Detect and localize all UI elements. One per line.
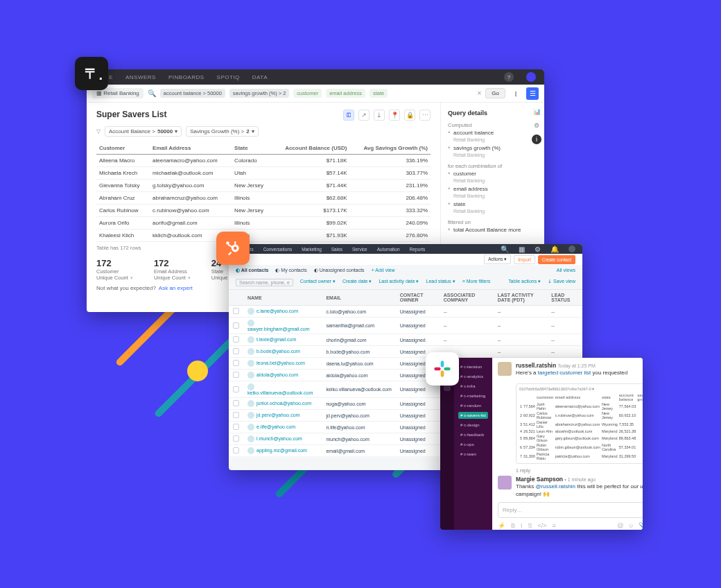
msg-author[interactable]: russell.ratshin xyxy=(516,362,556,369)
col-header[interactable]: ASSOCIATED COMPANY xyxy=(440,290,494,306)
ask-expert-link[interactable]: Ask an expert xyxy=(159,285,193,291)
embedded-table[interactable]: 0107bbfb5a38473a86613637c4bc7a047-0 ▾ cu… xyxy=(516,383,643,464)
download-icon[interactable]: ⤓ xyxy=(374,110,385,121)
attach-icon[interactable]: 📎 xyxy=(639,522,643,529)
nav-spotiq[interactable]: SPOTIQ xyxy=(217,74,240,80)
mention[interactable]: @russell.ratshin xyxy=(535,483,575,490)
filter-lead-status[interactable]: Lead status ▾ xyxy=(426,279,455,286)
search-token[interactable]: customer xyxy=(293,89,322,98)
channel-item[interactable]: # c-feedback xyxy=(458,431,488,438)
thread-count[interactable]: 1 reply xyxy=(516,468,643,473)
row-checkbox[interactable] xyxy=(233,348,239,354)
nav-data[interactable]: DATA xyxy=(252,74,268,80)
table-row[interactable]: Aurora Orifoaorifo@gmail.comIllinois$99.… xyxy=(96,217,431,230)
row-checkbox[interactable] xyxy=(233,360,239,366)
bold-icon[interactable]: B xyxy=(511,522,515,529)
col-header[interactable]: Avg Savings Growth (%) xyxy=(349,142,431,155)
channel-item[interactable]: # c-infra xyxy=(458,383,488,390)
clear-search-icon[interactable]: × xyxy=(477,89,481,97)
hs-nav[interactable]: Conversations xyxy=(263,247,293,252)
contact-name[interactable]: b.bode@yahoo.com xyxy=(257,349,300,354)
table-row[interactable]: c.lane@yahoo.comc.lolo@yahoo.comUnassign… xyxy=(229,306,582,318)
col-header[interactable]: Customer xyxy=(96,142,150,155)
table-row[interactable]: Khaleesi Klichkklich@outlook.comIllinois… xyxy=(96,230,431,242)
avatar[interactable] xyxy=(568,245,575,252)
info-icon[interactable]: i xyxy=(532,135,541,144)
filter-create-date[interactable]: Create date ▾ xyxy=(342,279,372,286)
add-view-button[interactable]: + Add view xyxy=(372,268,395,273)
filter-chip[interactable]: Savings Growth (%) > 2 ▾ xyxy=(186,126,258,137)
pin-icon[interactable]: 📍 xyxy=(389,110,400,121)
channel-item[interactable]: # c-team xyxy=(458,451,488,458)
contact-name[interactable]: leona.bel@yahoo.com xyxy=(257,361,305,365)
avatar[interactable] xyxy=(498,362,512,376)
search-token[interactable]: savings growth (%) > 2 xyxy=(229,89,290,98)
channel-item[interactable]: # c-analytics xyxy=(458,373,488,380)
col-header[interactable]: EMAIL xyxy=(322,290,395,306)
lightning-icon[interactable]: ⚡ xyxy=(498,522,505,529)
customer-list-link[interactable]: targeted customer list xyxy=(538,370,591,376)
row-checkbox[interactable] xyxy=(233,400,239,406)
mention-icon[interactable]: @ xyxy=(617,522,623,529)
search-token[interactable]: state xyxy=(370,89,388,98)
reply-input[interactable]: Reply… xyxy=(498,502,643,518)
channel-item[interactable]: # c-iteration xyxy=(458,363,488,370)
hs-nav[interactable]: Marketing xyxy=(302,247,322,252)
channel-item[interactable]: # c-savers-list xyxy=(458,412,488,419)
chart-toggle-icon[interactable]: ⫿ xyxy=(510,87,522,100)
list-icon[interactable]: ≡ xyxy=(553,522,556,529)
search-input[interactable]: Search name, phone, e xyxy=(236,279,293,286)
hs-nav[interactable]: Automation xyxy=(377,247,400,252)
channel-item[interactable]: # c-random xyxy=(458,402,488,409)
share-icon[interactable]: ↗ xyxy=(358,110,370,121)
contact-name[interactable]: appling.mz@gmail.com xyxy=(257,448,307,453)
contact-name[interactable]: c.lane@yahoo.com xyxy=(257,309,298,313)
row-checkbox[interactable] xyxy=(233,412,239,418)
col-header[interactable]: LEAD STATUS xyxy=(547,290,582,306)
tab-my-contacts[interactable]: ◐ My contacts xyxy=(275,268,306,273)
help-icon[interactable]: ? xyxy=(504,72,514,82)
col-header[interactable]: LAST ACTIVITY DATE (PDT) xyxy=(494,290,548,306)
calendar-icon[interactable]: 🗓 xyxy=(343,110,354,121)
go-button[interactable]: Go xyxy=(485,88,505,98)
lock-icon[interactable]: 🔒 xyxy=(404,110,415,121)
table-row[interactable]: Abraham Cruzabrahamcruz@yahoo.comIllinoi… xyxy=(96,192,431,205)
table-row[interactable]: t.lexie@gmail.comchorin@gmail.comUnassig… xyxy=(229,334,582,346)
hs-nav[interactable]: Service xyxy=(352,247,367,252)
table-row[interactable]: Carlos Rubinowc.rubinow@yahoo.comNew Jer… xyxy=(96,205,431,217)
channel-item[interactable]: # c-ops xyxy=(458,441,488,448)
strike-icon[interactable]: S xyxy=(528,522,532,529)
channel-item[interactable]: # c-marketing xyxy=(458,392,488,399)
save-view[interactable]: ⤓ Save view xyxy=(548,279,575,286)
table-toggle-icon[interactable]: ☰ xyxy=(526,87,539,100)
stat-card[interactable]: 172CustomerUnique Count▾ xyxy=(96,258,133,281)
row-checkbox[interactable] xyxy=(233,308,239,314)
code-icon[interactable]: </> xyxy=(538,522,547,529)
col-header[interactable]: State xyxy=(232,142,272,155)
contact-name[interactable]: junior.ochoa@yahoo.com xyxy=(257,401,311,406)
search-icon[interactable]: 🔍 xyxy=(501,245,509,253)
table-row[interactable]: Alleena Macroaleenamacro@yahoo.comColora… xyxy=(96,155,431,167)
marketplace-icon[interactable]: ▦ xyxy=(519,245,525,253)
emoji-icon[interactable]: ☺ xyxy=(628,522,634,529)
row-checkbox[interactable] xyxy=(233,372,239,378)
table-row[interactable]: Gievanna Tolskyg.tolsky@yahoo.comNew Jer… xyxy=(96,180,431,192)
all-views-link[interactable]: All views xyxy=(557,268,575,273)
table-row[interactable]: b.bode@yahoo.comb.bode@yahoo.comUnassign… xyxy=(229,346,582,358)
contact-name[interactable]: aldola@yahoo.com xyxy=(257,372,298,377)
settings-icon[interactable]: ⚙ xyxy=(535,245,541,253)
row-checkbox[interactable] xyxy=(233,424,239,430)
row-checkbox[interactable] xyxy=(233,322,239,329)
contact-name[interactable]: jd.perv@yahoo.com xyxy=(257,413,299,417)
bell-icon[interactable]: 🔔 xyxy=(550,245,559,253)
nav-answers[interactable]: ANSWERS xyxy=(125,74,156,80)
avatar[interactable] xyxy=(498,476,512,490)
contact-name[interactable]: l.munch@yahoo.com xyxy=(257,436,302,441)
hs-nav[interactable]: Sales xyxy=(331,247,342,252)
funnel-icon[interactable]: ▽ xyxy=(96,128,101,135)
more-filters[interactable]: ≡ More filters xyxy=(462,279,491,286)
contact-name[interactable]: keiko.villanueva@outlook.com xyxy=(247,390,313,395)
col-header[interactable]: CONTACT OWNER xyxy=(396,290,440,306)
table-row[interactable]: Michaela Krechmichaelak@outlook.comUtah$… xyxy=(96,167,431,180)
table-actions[interactable]: Table actions ▾ xyxy=(508,279,541,286)
